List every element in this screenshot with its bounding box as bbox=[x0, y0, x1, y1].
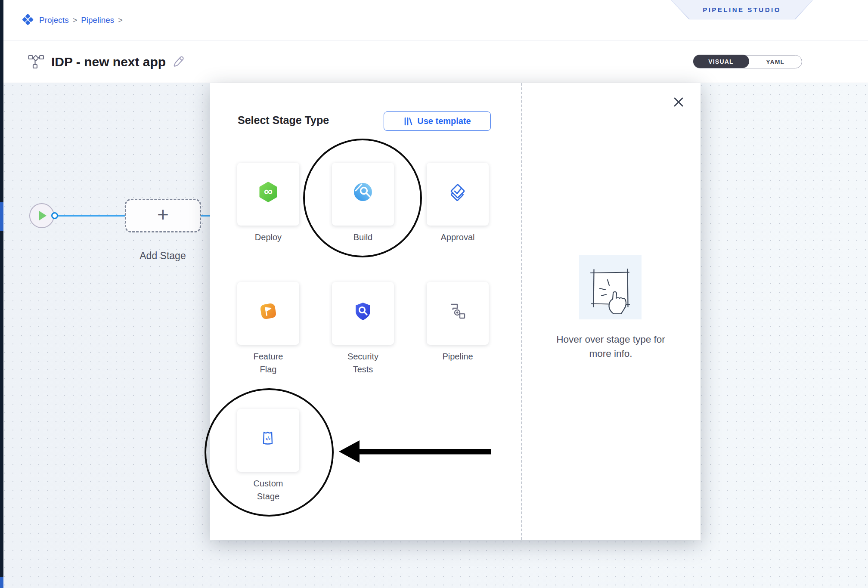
pipeline-studio-banner-label: PIPELINE STUDIO bbox=[703, 6, 781, 13]
stage-type-approval[interactable]: Approval bbox=[418, 163, 497, 244]
stage-label: Pipeline bbox=[435, 350, 480, 363]
stage-card[interactable] bbox=[427, 282, 489, 345]
pipeline-edge bbox=[57, 215, 126, 217]
use-template-button[interactable]: Use template bbox=[384, 111, 491, 131]
left-nav-strip bbox=[0, 0, 3, 588]
pipeline-stage-icon bbox=[447, 301, 468, 322]
pipeline-header: IDP - new next app VISUAL YAML bbox=[3, 40, 868, 83]
hover-info-illustration bbox=[579, 255, 642, 319]
close-icon bbox=[673, 96, 684, 108]
breadcrumb-separator: > bbox=[118, 16, 123, 25]
add-stage-node[interactable]: + bbox=[125, 199, 201, 232]
stage-type-security-tests[interactable]: Security Tests bbox=[323, 282, 403, 376]
stage-label: Build bbox=[341, 231, 385, 244]
select-stage-type-panel: Select Stage Type Use template bbox=[210, 83, 701, 540]
stage-type-deploy[interactable]: ∞ Deploy bbox=[229, 163, 308, 244]
left-strip-active-segment bbox=[0, 202, 3, 231]
stage-card[interactable] bbox=[332, 282, 394, 345]
stage-type-custom-stage[interactable]: ‹/› Custom Stage bbox=[229, 409, 308, 503]
stage-card[interactable] bbox=[237, 282, 299, 345]
pipeline-studio-banner: PIPELINE STUDIO bbox=[670, 0, 813, 19]
pipeline-start-node[interactable] bbox=[29, 203, 54, 228]
stage-label: Approval bbox=[435, 231, 480, 244]
stage-card[interactable]: ∞ bbox=[237, 163, 299, 226]
breadcrumb-projects[interactable]: Projects bbox=[39, 15, 69, 25]
view-mode-toggle: VISUAL YAML bbox=[693, 55, 802, 68]
feature-flag-icon bbox=[258, 301, 279, 322]
plus-icon: + bbox=[157, 204, 169, 224]
panel-divider bbox=[521, 83, 522, 540]
use-template-label: Use template bbox=[417, 116, 471, 126]
pipeline-studio-screen: Projects > Pipelines > PIPELINE STUDIO I… bbox=[0, 0, 868, 588]
stage-label: Feature Flag bbox=[246, 350, 291, 376]
breadcrumb: Projects > Pipelines > bbox=[22, 0, 123, 40]
toggle-yaml[interactable]: YAML bbox=[749, 59, 802, 65]
svg-text:∞: ∞ bbox=[264, 185, 273, 198]
top-nav-bar: Projects > Pipelines > PIPELINE STUDIO bbox=[3, 0, 868, 40]
security-tests-icon bbox=[353, 301, 373, 322]
panel-title: Select Stage Type bbox=[238, 114, 329, 127]
edit-pencil-icon[interactable] bbox=[173, 56, 184, 68]
play-icon bbox=[39, 211, 46, 220]
stage-type-feature-flag[interactable]: Feature Flag bbox=[229, 282, 308, 376]
page-title: IDP - new next app bbox=[51, 55, 166, 69]
projects-grid-icon bbox=[22, 14, 35, 27]
edge-connector-dot bbox=[51, 212, 58, 219]
stage-card[interactable] bbox=[427, 163, 489, 226]
stage-card[interactable]: ‹/› bbox=[237, 409, 299, 472]
template-library-icon bbox=[403, 117, 413, 126]
close-button[interactable] bbox=[670, 93, 687, 111]
build-icon bbox=[353, 182, 373, 202]
breadcrumb-pipelines[interactable]: Pipelines bbox=[81, 15, 114, 25]
stage-label: Security Tests bbox=[341, 350, 385, 376]
deploy-icon: ∞ bbox=[258, 182, 279, 202]
pipeline-icon bbox=[28, 55, 44, 69]
approval-icon bbox=[447, 182, 468, 202]
click-hand-icon bbox=[579, 255, 642, 319]
toggle-visual[interactable]: VISUAL bbox=[693, 55, 749, 68]
breadcrumb-separator: > bbox=[73, 16, 78, 25]
stage-card[interactable] bbox=[332, 163, 394, 226]
add-stage-label: Add Stage bbox=[120, 250, 206, 262]
stage-label: Custom Stage bbox=[246, 477, 291, 503]
stage-label: Deploy bbox=[246, 231, 291, 244]
left-strip-bottom-segment bbox=[0, 577, 3, 588]
stage-type-pipeline[interactable]: Pipeline bbox=[418, 282, 497, 363]
svg-text:‹/›: ‹/› bbox=[266, 436, 270, 442]
stage-type-build[interactable]: Build bbox=[323, 163, 403, 244]
custom-stage-icon: ‹/› bbox=[258, 428, 279, 449]
hover-info-text: Hover over stage type for more info. bbox=[525, 333, 696, 361]
